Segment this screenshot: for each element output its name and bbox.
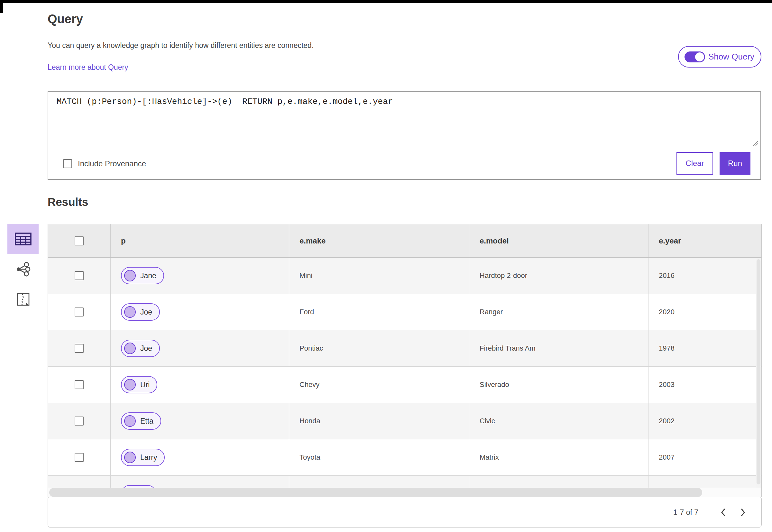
- include-provenance-checkbox[interactable]: [63, 159, 72, 168]
- entity-chip-label: Joe: [140, 308, 152, 316]
- person-cell: Joe: [111, 330, 289, 366]
- make-cell: Chevy: [289, 367, 469, 403]
- page-range-label: 1-7 of 7: [673, 508, 698, 517]
- chevron-left-icon: [720, 508, 727, 517]
- entity-chip[interactable]: Uri: [121, 376, 157, 393]
- year-cell: 2016: [648, 258, 761, 294]
- chevron-right-icon: [739, 508, 746, 517]
- make-cell: Toyota: [289, 439, 469, 475]
- make-cell: Mini: [289, 258, 469, 294]
- row-checkbox[interactable]: [75, 344, 84, 353]
- link-chart-view-button[interactable]: [7, 254, 39, 284]
- vertical-scrollbar[interactable]: [756, 258, 761, 489]
- window-left-edge: [0, 0, 3, 13]
- horizontal-scrollbar-thumb[interactable]: [49, 488, 702, 497]
- column-header-make[interactable]: e.make: [289, 224, 469, 257]
- year-cell: 2003: [648, 367, 761, 403]
- previous-page-button[interactable]: [714, 503, 733, 522]
- divider: [48, 147, 760, 147]
- map-view-button[interactable]: [7, 284, 39, 315]
- entity-chip[interactable]: Joe: [121, 340, 160, 357]
- row-checkbox[interactable]: [75, 380, 84, 389]
- person-cell: Joe: [111, 294, 289, 330]
- year-cell: 2002: [648, 403, 761, 439]
- column-header-p[interactable]: p: [111, 224, 289, 257]
- entity-chip-label: Larry: [140, 453, 157, 462]
- entity-icon: [124, 452, 136, 463]
- query-editor-container: MATCH (p:Person)-[:HasVehicle]->(e) RETU…: [48, 91, 761, 180]
- learn-more-link[interactable]: Learn more about Query: [48, 63, 128, 72]
- entity-icon: [124, 343, 136, 354]
- entity-chip[interactable]: Larry: [121, 449, 165, 466]
- clear-button[interactable]: Clear: [676, 152, 713, 175]
- person-cell: Etta: [111, 403, 289, 439]
- entity-chip[interactable]: Joe: [121, 303, 160, 321]
- year-cell: 2020: [648, 294, 761, 330]
- row-checkbox-cell: [48, 330, 111, 366]
- table-row[interactable]: Larry Toyota Matrix 2007: [48, 439, 761, 476]
- query-input[interactable]: MATCH (p:Person)-[:HasVehicle]->(e) RETU…: [48, 92, 760, 147]
- column-header-year[interactable]: e.year: [648, 224, 761, 257]
- run-button[interactable]: Run: [720, 152, 750, 175]
- table-row[interactable]: Etta Honda Civic 2002: [48, 403, 761, 439]
- vertical-scrollbar-thumb[interactable]: [757, 259, 760, 484]
- results-title: Results: [48, 196, 88, 208]
- select-all-checkbox[interactable]: [75, 236, 84, 245]
- year-cell: 2007: [648, 439, 761, 475]
- horizontal-scrollbar[interactable]: [48, 488, 762, 497]
- make-cell: Pontiac: [289, 330, 469, 366]
- year-cell: 1978: [648, 330, 761, 366]
- column-header-model[interactable]: e.model: [469, 224, 648, 257]
- link-chart-icon: [15, 261, 32, 278]
- row-checkbox-cell: [48, 403, 111, 439]
- header-checkbox-cell: [48, 224, 111, 257]
- table-icon: [13, 229, 33, 249]
- show-query-label: Show Query: [708, 52, 754, 62]
- entity-icon: [124, 415, 136, 427]
- model-cell: Firebird Trans Am: [469, 330, 648, 366]
- query-description: You can query a knowledge graph to ident…: [48, 41, 314, 50]
- window-top-edge: [0, 0, 772, 3]
- model-cell: Ranger: [469, 294, 648, 330]
- person-cell: Larry: [111, 439, 289, 475]
- page-title: Query: [48, 12, 83, 26]
- next-page-button[interactable]: [733, 503, 752, 522]
- row-checkbox[interactable]: [75, 307, 84, 316]
- entity-chip-label: Uri: [140, 381, 150, 389]
- table-row[interactable]: Joe Pontiac Firebird Trans Am 1978: [48, 330, 761, 367]
- entity-icon: [124, 306, 136, 318]
- query-page: Query You can query a knowledge graph to…: [0, 0, 772, 532]
- results-table: p e.make e.model e.year Jane Mini Hardto…: [48, 224, 762, 497]
- resize-handle-icon[interactable]: [751, 139, 758, 146]
- entity-chip-label: Etta: [140, 417, 153, 426]
- row-checkbox[interactable]: [75, 271, 84, 280]
- row-checkbox-cell: [48, 367, 111, 403]
- model-cell: Hardtop 2-door: [469, 258, 648, 294]
- model-cell: Civic: [469, 403, 648, 439]
- model-cell: Matrix: [469, 439, 648, 475]
- pagination-bar: 1-7 of 7: [48, 497, 762, 528]
- map-icon: [15, 292, 31, 307]
- person-cell: Uri: [111, 367, 289, 403]
- table-row[interactable]: Jane Mini Hardtop 2-door 2016: [48, 258, 761, 294]
- results-view-switcher: [7, 224, 39, 315]
- show-query-toggle[interactable]: Show Query: [678, 46, 761, 68]
- entity-chip-label: Joe: [140, 344, 152, 353]
- row-checkbox[interactable]: [75, 453, 84, 462]
- entity-chip[interactable]: Jane: [121, 267, 164, 284]
- table-row[interactable]: Uri Chevy Silverado 2003: [48, 367, 761, 403]
- table-view-button[interactable]: [7, 224, 39, 254]
- make-cell: Ford: [289, 294, 469, 330]
- person-cell: Jane: [111, 258, 289, 294]
- toggle-knob: [695, 52, 704, 61]
- include-provenance-control[interactable]: Include Provenance: [63, 159, 146, 168]
- include-provenance-label: Include Provenance: [78, 159, 146, 168]
- row-checkbox[interactable]: [75, 417, 84, 426]
- entity-icon: [124, 379, 136, 390]
- table-row[interactable]: Joe Ford Ranger 2020: [48, 294, 761, 330]
- make-cell: Honda: [289, 403, 469, 439]
- toggle-switch-on[interactable]: [685, 51, 705, 62]
- row-checkbox-cell: [48, 294, 111, 330]
- entity-chip[interactable]: Etta: [121, 412, 161, 430]
- table-header-row: p e.make e.model e.year: [48, 224, 761, 258]
